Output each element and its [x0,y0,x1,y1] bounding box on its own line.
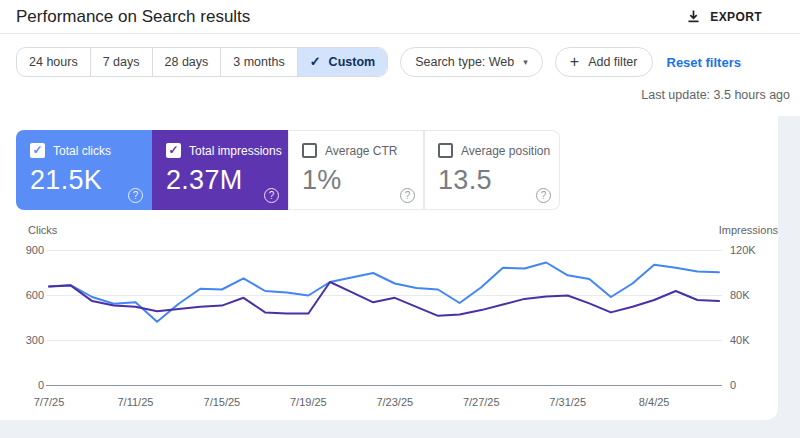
add-filter-button[interactable]: + Add filter [555,47,653,77]
line-chart[interactable] [46,238,722,390]
metric-label: Average position [461,144,550,158]
checkbox-icon[interactable] [438,143,453,158]
axis-tick: 120K [730,244,756,256]
metric-label: Total clicks [53,144,111,158]
check-icon: ✓ [310,53,321,71]
export-label: EXPORT [710,10,762,24]
x-axis-label: 7/11/25 [117,396,153,408]
date-range-7-days[interactable]: 7 days [90,48,152,76]
x-axis-label: 7/15/25 [204,396,241,408]
x-axis-label: 7/19/25 [290,396,327,408]
x-axis-label: 7/23/25 [376,396,413,408]
last-update-text: Last update: 3.5 hours ago [0,85,800,116]
export-button[interactable]: EXPORT [686,9,762,24]
x-axis-label: 7/27/25 [463,396,500,408]
date-range-custom[interactable]: ✓ Custom [297,48,387,76]
download-icon [686,9,701,24]
performance-panel: ✓ Total clicks 21.5K ? ✓ Total impressio… [0,116,778,420]
axis-tick: 300 [26,334,44,346]
checkbox-icon[interactable] [302,143,317,158]
chevron-down-icon: ▾ [523,57,528,67]
checkbox-icon[interactable]: ✓ [166,143,181,158]
metric-value: 21.5K [30,165,140,196]
axis-tick: 0 [730,379,736,391]
checkbox-icon[interactable]: ✓ [30,143,45,158]
metric-card-total-clicks[interactable]: ✓ Total clicks 21.5K ? [16,130,152,210]
axis-tick: 80K [730,289,750,301]
x-axis-label: 7/31/25 [549,396,586,408]
metric-value: 2.37M [166,165,276,196]
chart-container: Clicks Impressions 9006003000 120K80K40K… [16,224,778,420]
date-range-group: 24 hours 7 days 28 days 3 months ✓ Custo… [16,47,388,77]
metric-card-average-ctr[interactable]: Average CTR 1% ? [288,130,424,210]
axis-tick: 0 [38,379,44,391]
help-icon[interactable]: ? [400,188,415,203]
axis-tick: 40K [730,334,750,346]
filter-bar: 24 hours 7 days 28 days 3 months ✓ Custo… [0,34,800,85]
date-range-24-hours[interactable]: 24 hours [17,48,90,76]
page-title: Performance on Search results [16,7,250,27]
right-axis-ticks: 120K80K40K0 [730,224,778,420]
metric-value: 13.5 [438,165,548,196]
metric-cards: ✓ Total clicks 21.5K ? ✓ Total impressio… [16,130,778,210]
x-axis-label: 7/7/25 [34,396,65,408]
metric-card-average-position[interactable]: Average position 13.5 ? [424,130,560,210]
metric-card-total-impressions[interactable]: ✓ Total impressions 2.37M ? [152,130,288,210]
help-icon[interactable]: ? [264,188,279,203]
top-section: Performance on Search results EXPORT 24 … [0,0,800,116]
metric-value: 1% [302,165,412,196]
metric-label: Total impressions [189,144,282,158]
date-range-28-days[interactable]: 28 days [152,48,221,76]
page-root: Performance on Search results EXPORT 24 … [0,0,800,420]
axis-tick: 600 [26,289,44,301]
help-icon[interactable]: ? [128,188,143,203]
x-axis-label: 8/4/25 [639,396,670,408]
header: Performance on Search results EXPORT [0,0,800,34]
help-icon[interactable]: ? [536,188,551,203]
reset-filters-link[interactable]: Reset filters [667,55,741,70]
date-range-3-months[interactable]: 3 months [220,48,296,76]
plus-icon: + [570,53,579,71]
axis-tick: 900 [26,244,44,256]
metric-label: Average CTR [325,144,397,158]
search-type-dropdown[interactable]: Search type: Web ▾ [400,47,543,77]
left-axis-ticks: 9006003000 [16,224,44,420]
